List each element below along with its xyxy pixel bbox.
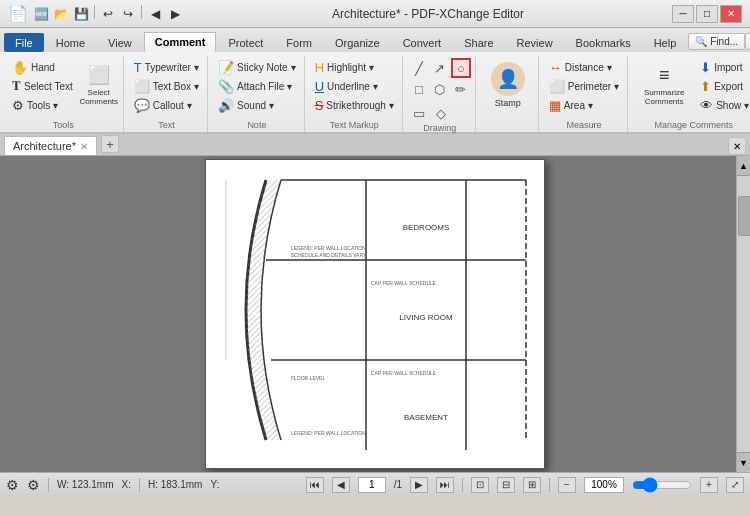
- sticky-note-icon: 📝: [218, 60, 234, 75]
- qa-redo[interactable]: ↪: [119, 5, 137, 23]
- diamond-tool-button[interactable]: ◇: [431, 103, 451, 123]
- last-page-button[interactable]: ⏭: [436, 477, 454, 493]
- doc-tab-close[interactable]: ✕: [80, 141, 88, 152]
- close-panel-button[interactable]: ✕: [728, 137, 746, 155]
- tools-group-label: Tools: [8, 120, 119, 132]
- zoom-slider[interactable]: [632, 481, 692, 489]
- tab-comment[interactable]: Comment: [144, 32, 217, 52]
- polygon-tool-button[interactable]: ⬡: [430, 79, 450, 99]
- import-icon: ⬇: [700, 60, 711, 75]
- tab-home[interactable]: Home: [45, 33, 96, 52]
- measure-group: ↔ Distance ▾ ⬜ Perimeter ▾ ▦ Area ▾: [541, 56, 628, 132]
- close-button[interactable]: ✕: [720, 5, 742, 23]
- strikeout-dropdown-icon: ▾: [389, 100, 394, 111]
- new-tab-button[interactable]: +: [101, 135, 119, 153]
- rect-tool-button[interactable]: □: [409, 79, 429, 99]
- other-tools-button[interactable]: ⚙ Tools ▾: [8, 96, 77, 114]
- area-button[interactable]: ▦ Area ▾: [545, 96, 623, 114]
- export-icon: ⬆: [700, 79, 711, 94]
- underline-button[interactable]: U Underline ▾: [311, 77, 398, 95]
- zoom-level-input[interactable]: [584, 477, 624, 493]
- strikeout-button[interactable]: S Strikethrough ▾: [311, 96, 398, 114]
- stamp-button[interactable]: 👤 Stamp: [482, 58, 534, 112]
- hand-button[interactable]: ✋ Hand: [8, 58, 77, 76]
- perimeter-button[interactable]: ⬜ Perimeter ▾: [545, 77, 623, 95]
- minimize-button[interactable]: ─: [672, 5, 694, 23]
- text-group: T Typewriter ▾ ⬜ Text Box ▾ 💬 Callout ▾: [126, 56, 208, 132]
- arrow-tool-button[interactable]: ↗: [430, 58, 450, 78]
- settings-icon[interactable]: ⚙: [27, 477, 40, 493]
- zoom-in-button[interactable]: +: [700, 477, 718, 493]
- text-group-label: Text: [130, 120, 203, 132]
- stamp-group-label: [482, 130, 534, 132]
- page-total-label: /1: [394, 479, 402, 490]
- tab-help[interactable]: Help: [643, 33, 688, 52]
- tab-protect[interactable]: Protect: [217, 33, 274, 52]
- page-number-input[interactable]: [358, 477, 386, 493]
- qa-save[interactable]: 💾: [72, 5, 90, 23]
- area-dropdown-icon: ▾: [588, 100, 593, 111]
- sound-button[interactable]: 🔊 Sound ▾: [214, 96, 300, 114]
- tab-view[interactable]: View: [97, 33, 143, 52]
- maximize-button[interactable]: □: [696, 5, 718, 23]
- summarize-comments-button[interactable]: ≡ SummarizeComments: [634, 58, 694, 112]
- prev-page-button[interactable]: ◀: [332, 477, 350, 493]
- strikeout-icon: S: [315, 98, 324, 113]
- stickynote-dropdown-icon: ▾: [291, 62, 296, 73]
- svg-text:CAP PER WALL SCHEDULE: CAP PER WALL SCHEDULE: [371, 370, 437, 376]
- text-box-icon: ⬜: [134, 79, 150, 94]
- svg-text:FLOOR LEVEL: FLOOR LEVEL: [291, 375, 325, 381]
- qa-open[interactable]: 📂: [52, 5, 70, 23]
- maximize-view-button[interactable]: ⤢: [726, 477, 744, 493]
- tab-share[interactable]: Share: [453, 33, 504, 52]
- tab-file[interactable]: File: [4, 33, 44, 52]
- line-tool-button[interactable]: ╱: [409, 58, 429, 78]
- show-button[interactable]: 👁 Show ▾: [696, 96, 750, 114]
- fit-actual-button[interactable]: ⊞: [523, 477, 541, 493]
- distance-button[interactable]: ↔ Distance ▾: [545, 58, 623, 76]
- select-text-button[interactable]: 𝐓 Select Text: [8, 77, 77, 95]
- find-button[interactable]: 🔍 Find...: [688, 33, 745, 50]
- select-text-icon: 𝐓: [12, 78, 21, 94]
- tab-review[interactable]: Review: [506, 33, 564, 52]
- qa-undo[interactable]: ↩: [99, 5, 117, 23]
- pencil-tool-button[interactable]: ✏: [451, 79, 471, 99]
- zoom-out-button[interactable]: −: [558, 477, 576, 493]
- other-tools-icon: ⚙: [12, 98, 24, 113]
- attach-file-button[interactable]: 📎 Attach File ▾: [214, 77, 300, 95]
- text-markup-group: H Highlight ▾ U Underline ▾ S Strikethro…: [307, 56, 403, 132]
- search-button[interactable]: 🔎 Search...: [745, 33, 750, 50]
- select-comments-button[interactable]: ⬜ SelectComments: [79, 58, 119, 112]
- svg-text:LIVING ROOM: LIVING ROOM: [399, 313, 453, 322]
- svg-text:CAP PER WALL SCHEDULE: CAP PER WALL SCHEDULE: [371, 280, 437, 286]
- qa-new[interactable]: 🆕: [32, 5, 50, 23]
- tab-organize[interactable]: Organize: [324, 33, 391, 52]
- import-button[interactable]: ⬇ Import: [696, 58, 750, 76]
- tab-convert[interactable]: Convert: [392, 33, 453, 52]
- summarize-icon: ≡: [659, 65, 670, 86]
- pdf-page: BEDROOMS LIVING ROOM BASEMENT LEGEND: PE…: [205, 159, 545, 469]
- vertical-scrollbar[interactable]: ▲ ▼: [736, 156, 750, 472]
- doc-tabs-bar: Architecture* ✕ + ✕: [0, 134, 750, 156]
- gear-icon[interactable]: ⚙: [6, 477, 19, 493]
- tab-form[interactable]: Form: [275, 33, 323, 52]
- svg-text:BEDROOMS: BEDROOMS: [403, 223, 450, 232]
- export-button[interactable]: ⬆ Export: [696, 77, 750, 95]
- fit-page-button[interactable]: ⊡: [471, 477, 489, 493]
- typewriter-button[interactable]: T Typewriter ▾: [130, 58, 203, 76]
- sticky-note-button[interactable]: 📝 Sticky Note ▾: [214, 58, 300, 76]
- highlight-icon: H: [315, 60, 324, 75]
- fit-width-button[interactable]: ⊟: [497, 477, 515, 493]
- callout-button[interactable]: 💬 Callout ▾: [130, 96, 203, 114]
- text-box-button[interactable]: ⬜ Text Box ▾: [130, 77, 203, 95]
- highlight-button[interactable]: H Highlight ▾: [311, 58, 398, 76]
- qa-forward[interactable]: ▶: [166, 5, 184, 23]
- qa-back[interactable]: ◀: [146, 5, 164, 23]
- select-comments-icon: ⬜: [88, 64, 110, 86]
- next-page-button[interactable]: ▶: [410, 477, 428, 493]
- first-page-button[interactable]: ⏮: [306, 477, 324, 493]
- ellipse-tool-button[interactable]: ○: [451, 58, 471, 78]
- rect2-tool-button[interactable]: ▭: [409, 103, 429, 123]
- tab-bookmarks[interactable]: Bookmarks: [565, 33, 642, 52]
- doc-tab-architecture[interactable]: Architecture* ✕: [4, 136, 97, 155]
